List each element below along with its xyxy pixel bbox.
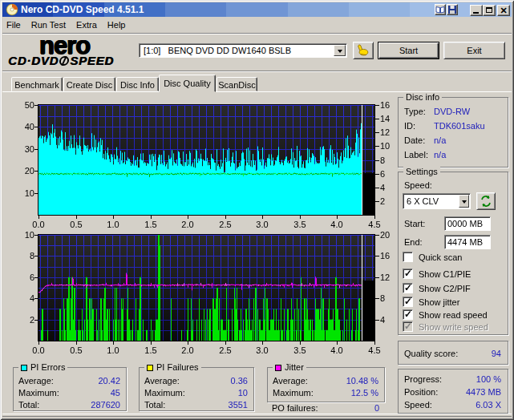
refresh-button[interactable] — [476, 192, 496, 210]
quality-score-group: Quality score: 94 — [398, 341, 508, 365]
tab-scandisc[interactable]: ScanDisc — [217, 77, 257, 91]
checkbox-label: Show write speed — [419, 322, 488, 332]
checkbox-label: Show C1/PIE — [419, 269, 471, 279]
refresh-icon — [480, 195, 492, 208]
axis-label: 0.0 — [29, 345, 48, 355]
disc-date-value: n/a — [434, 135, 446, 145]
app-window: Nero CD-DVD Speed 4.51.1 ✕ File Run Test… — [0, 0, 514, 420]
axis-label: 1.5 — [141, 345, 160, 355]
disc-label-value: n/a — [434, 150, 446, 160]
pi-errors-title: PI Errors — [18, 362, 67, 372]
position-value: 4473 MB — [445, 387, 501, 397]
disc-date-label: Date: — [404, 135, 425, 145]
axis-label: 1.5 — [141, 220, 160, 229]
check-icon: ✓ — [404, 282, 412, 293]
checkbox-label: Show C2/PIF — [419, 284, 471, 293]
progress-label: Progress: — [404, 374, 442, 384]
axis-label: 50 — [17, 100, 34, 110]
scan-start-input[interactable]: 0000 MB — [444, 216, 491, 231]
jitter-legend — [275, 365, 281, 371]
checkbox-label: Show read speed — [419, 310, 488, 320]
bottom-strip — [2, 414, 512, 417]
axis-label: 3.0 — [253, 220, 272, 229]
tab-create-disc[interactable]: Create Disc — [63, 77, 115, 91]
axis-label: 12 — [380, 273, 390, 282]
axis-label: 0.5 — [67, 220, 86, 229]
progress-group: Progress: 100 % Position: 4473 MB Speed:… — [398, 369, 508, 414]
settings-title: Settings — [403, 167, 440, 176]
tab-page-edge — [2, 91, 512, 92]
quality-score-value: 94 — [469, 349, 501, 358]
axis-label: 8 — [380, 155, 385, 165]
quality-score-label: Quality score: — [404, 349, 458, 358]
pi-failures-group: PI Failures Average: 0.36 Maximum: 10 To… — [139, 367, 254, 411]
axis-label: 10 — [17, 188, 34, 198]
check-icon: ✓ — [404, 268, 412, 279]
checkbox-show-jitter[interactable]: ✓ — [403, 297, 413, 307]
tab-benchmark[interactable]: Benchmark — [11, 77, 63, 91]
jitter-group: Jitter Average: 10.48 % Maximum: 12.5 % — [267, 367, 385, 402]
axis-label: 16 — [380, 251, 390, 260]
axis-label: 20 — [17, 166, 34, 176]
axis-label: 4.5 — [365, 345, 384, 355]
check-icon: ✓ — [404, 321, 412, 332]
axis-label: 3.5 — [290, 220, 310, 229]
checkbox-label: Quick scan — [419, 252, 462, 262]
axis-label: 10 — [380, 141, 390, 151]
chevron-down-icon — [462, 200, 467, 204]
disc-info-title: Disc info — [403, 92, 442, 102]
disc-label-label: Label: — [404, 150, 428, 160]
axis-label: 14 — [380, 114, 390, 123]
scan-end-value: 4474 MB — [447, 237, 483, 247]
axis-label: 40 — [17, 122, 34, 131]
axis-label: 2 — [17, 315, 34, 325]
axis-label: 16 — [380, 100, 390, 110]
po-failures-label: PO failures: — [272, 403, 318, 413]
po-failures-value: 0 — [337, 403, 379, 413]
checkbox-show-c2-pif[interactable]: ✓ — [403, 283, 413, 293]
axis-label: 2 — [380, 196, 385, 206]
check-icon: ✓ — [404, 296, 412, 307]
disc-info-group: Disc info Type: DVD-RW ID: TDK601saku Da… — [398, 97, 508, 168]
axis-label: 6 — [17, 273, 34, 282]
speed-stat-value: 6.03 X — [445, 400, 501, 410]
pi-failures-title: PI Failures — [144, 362, 201, 372]
axis-label: 10 — [17, 230, 34, 240]
speed-combo[interactable]: 6 X CLV — [403, 193, 471, 209]
tab-disc-info[interactable]: Disc Info — [116, 77, 159, 91]
axis-label: 4 — [380, 183, 385, 192]
checkbox-show-read-speed[interactable]: ✓ — [403, 309, 413, 320]
checkbox-show-c1-pie[interactable]: ✓ — [403, 269, 413, 279]
axis-label: 8 — [17, 251, 34, 260]
scan-end-input[interactable]: 4474 MB — [444, 235, 491, 249]
axis-label: 4.0 — [327, 220, 346, 229]
axis-label: 30 — [17, 144, 34, 154]
speed-dropdown-button[interactable] — [459, 195, 469, 208]
axis-label: 0.0 — [29, 220, 48, 229]
axis-label: 2.5 — [216, 220, 235, 229]
disc-id-value: TDK601saku — [434, 121, 485, 131]
axis-label: 12 — [380, 127, 390, 137]
scan-end-label: End: — [404, 237, 423, 247]
axis-label: 4 — [17, 293, 34, 303]
position-label: Position: — [404, 387, 438, 397]
checkbox-label: Show jitter — [419, 297, 459, 307]
speed-label: Speed: — [404, 180, 432, 190]
axis-label: 1.0 — [103, 220, 123, 229]
axis-label: 4.5 — [365, 220, 384, 229]
check-icon: ✓ — [404, 309, 412, 320]
disc-id-label: ID: — [404, 121, 415, 131]
axis-label: 1.0 — [103, 345, 123, 355]
speed-value: 6 X CLV — [407, 196, 439, 206]
scan-start-value: 0000 MB — [447, 219, 483, 228]
axis-label: 20 — [380, 230, 390, 240]
tab-disc-quality[interactable]: Disc Quality — [159, 75, 216, 92]
pi-errors-group: PI Errors Average: 20.42 Maximum: 45 Tot… — [13, 367, 127, 411]
checkbox-quick-scan[interactable] — [403, 252, 413, 262]
disc-type-label: Type: — [404, 107, 426, 116]
axis-label: 6 — [380, 169, 385, 179]
disc-type-value: DVD-RW — [434, 107, 470, 116]
axis-label: 4.0 — [327, 345, 346, 355]
axis-label: 4 — [380, 315, 385, 325]
checkbox-show-write-speed[interactable]: ✓ — [403, 321, 413, 332]
